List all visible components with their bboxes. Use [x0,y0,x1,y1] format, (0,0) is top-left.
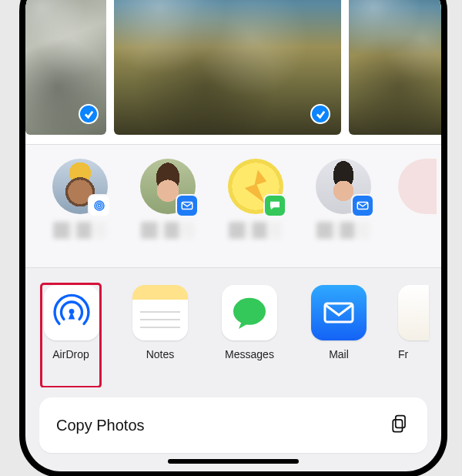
photo-preview [114,0,341,135]
app-freeform[interactable]: Fr [398,285,417,387]
app-messages[interactable]: Messages [219,285,280,387]
contact-name [229,222,283,239]
contact-name [141,222,195,239]
photo-thumbnail[interactable] [114,0,341,135]
share-contacts-row[interactable] [25,145,441,268]
action-label: Copy Photos [56,417,145,434]
share-contact[interactable] [47,159,113,260]
app-label: Notes [130,348,190,360]
copy-icon [389,413,410,437]
svg-point-0 [98,204,100,206]
mail-icon [311,285,367,340]
photo-thumbnail[interactable] [349,0,441,135]
share-apps-row[interactable]: AirDrop Notes Messages [25,268,441,387]
selected-checkmark-icon[interactable] [79,104,99,124]
share-contact[interactable] [398,159,421,260]
avatar [228,159,283,214]
screen: AirDrop Notes Messages [25,0,441,471]
svg-rect-9 [393,420,402,432]
app-airdrop[interactable]: AirDrop [41,283,101,387]
svg-rect-7 [325,303,353,322]
freeform-icon [398,285,429,340]
home-indicator[interactable] [168,459,299,464]
photo-strip[interactable] [25,0,441,145]
avatar [52,159,108,214]
photo-thumbnail[interactable] [25,0,106,135]
app-label: Messages [219,348,280,360]
contact-name [316,222,370,239]
photo-preview [349,0,441,135]
app-label: Fr [398,348,417,360]
svg-point-6 [233,298,266,325]
svg-point-1 [96,203,102,209]
messages-icon [222,285,277,340]
notes-icon [132,285,188,340]
action-copy-photos[interactable]: Copy Photos [39,397,427,453]
avatar [398,159,437,214]
mail-icon [176,194,199,217]
share-contact[interactable] [223,159,289,260]
airdrop-icon [44,285,99,340]
airdrop-icon [88,194,111,217]
contact-name [53,222,107,239]
selected-checkmark-icon[interactable] [310,104,330,124]
app-notes[interactable]: Notes [130,285,190,387]
svg-rect-8 [396,416,405,428]
app-label: AirDrop [44,348,98,360]
messages-icon [263,194,286,217]
device-frame: AirDrop Notes Messages [19,0,447,476]
app-label: Mail [309,348,369,360]
avatar [316,159,371,214]
share-contact[interactable] [135,159,201,260]
avatar [140,159,196,214]
share-contact[interactable] [310,159,377,260]
mail-icon [351,194,374,217]
app-mail[interactable]: Mail [309,285,369,387]
